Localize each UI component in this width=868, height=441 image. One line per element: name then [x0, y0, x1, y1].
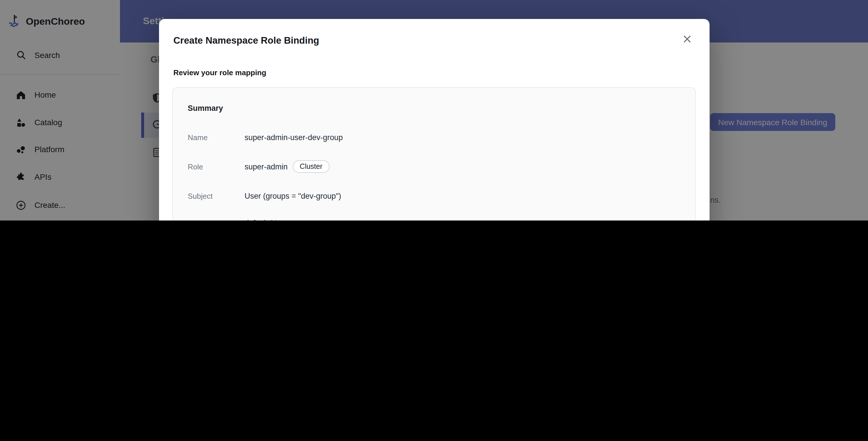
- step-heading: Review your role mapping: [174, 68, 267, 77]
- summary-row-name: Name super-admin-user-dev-group: [188, 130, 681, 145]
- row-label: Scope: [188, 218, 245, 220]
- row-value: default / *: [245, 218, 277, 220]
- close-icon: [683, 34, 692, 45]
- row-label: Name: [188, 133, 245, 142]
- cluster-badge: Cluster: [293, 160, 329, 173]
- summary-row-role: Role super-admin Cluster: [188, 159, 681, 174]
- dialog-title: Create Namespace Role Binding: [174, 35, 319, 46]
- row-value: super-admin: [245, 162, 288, 171]
- screen: OpenChoreo Search Home Catalog Pla: [0, 0, 868, 220]
- summary-row-subject: Subject User (groups = "dev-group"): [188, 188, 681, 203]
- summary-card: Summary Name super-admin-user-dev-group …: [172, 87, 696, 220]
- row-value: super-admin-user-dev-group: [245, 133, 343, 142]
- close-button[interactable]: [679, 31, 696, 48]
- summary-row-scope: Scope default / *: [188, 215, 681, 220]
- summary-heading: Summary: [188, 104, 223, 113]
- row-label: Role: [188, 162, 245, 171]
- row-value: User (groups = "dev-group"): [245, 192, 341, 200]
- create-namespace-role-binding-dialog: Create Namespace Role Binding Review you…: [159, 19, 710, 220]
- row-label: Subject: [188, 192, 245, 200]
